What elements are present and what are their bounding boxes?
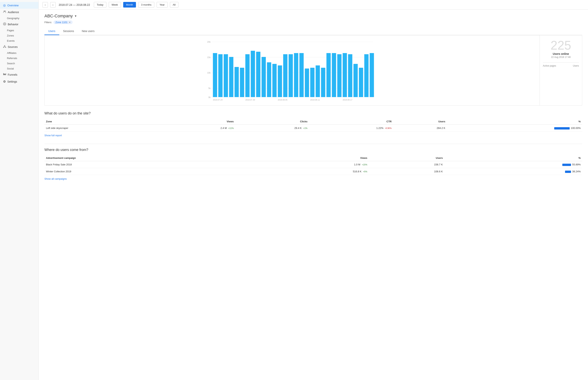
svg-point-5 [3, 47, 4, 48]
svg-rect-40 [310, 68, 314, 97]
svg-text:2018.08.11: 2018.08.11 [310, 99, 320, 101]
campaign-name: Winter Collection 2019 [44, 168, 256, 175]
pct-bar [565, 171, 571, 173]
zones-col-clicks: Clicks [235, 118, 309, 125]
period-today[interactable]: Today [94, 2, 106, 8]
zones-col-users: Users [393, 118, 447, 125]
users-online-count: 225 [543, 39, 579, 52]
svg-point-3 [3, 23, 6, 25]
sidebar-item-social[interactable]: Social [0, 66, 39, 71]
views-delta: +15% [362, 163, 367, 166]
campaign-name: Black Friday Sale 2018 [44, 161, 256, 168]
sidebar-item-search[interactable]: Search [0, 61, 39, 66]
zone-ctr: 1.22% -8.96% [309, 125, 393, 132]
chart-tabs: Users Sessions New users [44, 28, 582, 35]
sidebar-item-sources[interactable]: Sources [0, 43, 39, 50]
company-dropdown-arrow[interactable]: ▼ [74, 15, 77, 18]
tab-users[interactable]: Users [44, 28, 59, 35]
period-week[interactable]: Week [109, 2, 121, 8]
table-row: Left side skyscraper 2.4 M +11% 29.4 K +… [44, 125, 582, 132]
zones-col-pct: % [447, 118, 582, 125]
svg-rect-35 [283, 54, 288, 97]
show-all-campaigns-link[interactable]: Show all campaigns [44, 177, 67, 180]
svg-rect-42 [321, 68, 325, 97]
svg-rect-32 [267, 62, 271, 97]
period-year[interactable]: Year [157, 2, 167, 8]
svg-point-2 [4, 23, 5, 24]
filter-zone-close[interactable]: ✕ [69, 21, 71, 24]
campaign-pct: 55.89% [444, 161, 582, 168]
sidebar-item-funnels[interactable]: Funnels [0, 71, 39, 78]
sidebar: ◎ Overview Audience Geography Behavior P… [0, 0, 39, 380]
date-range: 2018.07.24 — 2018.08.22 [59, 3, 90, 6]
sidebar-item-pages[interactable]: Pages [0, 28, 39, 33]
zones-table: Zone Views Clicks CTR Users % Left side … [44, 118, 582, 132]
svg-rect-9 [4, 74, 5, 75]
topbar: ‹ › 2018.07.24 — 2018.08.22 Today Week M… [39, 0, 588, 10]
tab-new-users[interactable]: New users [78, 28, 98, 35]
svg-text:2018.08.17: 2018.08.17 [343, 99, 353, 101]
sidebar-item-zones[interactable]: Zones [0, 33, 39, 38]
svg-rect-31 [262, 57, 266, 97]
svg-rect-22 [213, 53, 217, 97]
svg-rect-25 [229, 57, 234, 97]
svg-rect-8 [4, 74, 4, 75]
svg-rect-34 [278, 65, 282, 97]
users-col: Users [573, 64, 579, 67]
sidebar-item-settings[interactable]: ⚙ Settings [0, 78, 39, 85]
svg-rect-39 [305, 69, 309, 97]
svg-point-4 [4, 45, 5, 46]
svg-rect-28 [245, 54, 250, 97]
sidebar-item-affiliates[interactable]: Affiliates [0, 50, 39, 56]
campaign-views: 1.0 M +15% [256, 161, 369, 168]
next-button[interactable]: › [50, 2, 56, 8]
pct-bar [554, 127, 570, 130]
users-online-time: 22 Aug 2018 17:48 [543, 56, 579, 58]
users-online-label: Users online [543, 52, 579, 55]
svg-point-1 [5, 11, 6, 12]
chart-container: 20k 15k 10k 5k 0k [44, 35, 582, 106]
behavior-icon [3, 22, 6, 26]
sidebar-item-audience[interactable]: Audience [0, 9, 39, 16]
filters-label: Filters: [44, 21, 52, 24]
tab-sessions[interactable]: Sessions [59, 28, 78, 35]
main-content: ‹ › 2018.07.24 — 2018.08.22 Today Week M… [39, 0, 588, 380]
sources-icon [3, 45, 6, 49]
settings-icon: ⚙ [3, 80, 6, 83]
zone-users: 284.2 K [393, 125, 447, 132]
zones-col-views: Views [161, 118, 235, 125]
campaign-pct: 38.24% [444, 168, 582, 175]
filters-row: Filters: Zone 1101 ✕ [44, 20, 582, 24]
clicks-delta: +1% [303, 127, 307, 129]
svg-point-6 [5, 47, 6, 48]
sidebar-item-referrals[interactable]: Referrals [0, 56, 39, 61]
sidebar-item-events[interactable]: Events [0, 38, 39, 43]
svg-rect-41 [316, 65, 320, 97]
svg-rect-45 [337, 54, 342, 97]
users-online-panel: 225 Users online 22 Aug 2018 17:48 Activ… [540, 35, 582, 105]
period-3months[interactable]: 3 months [138, 2, 154, 8]
sidebar-item-geography[interactable]: Geography [0, 16, 39, 21]
company-title-row: ABC-Company ▼ [44, 14, 582, 19]
svg-rect-47 [348, 54, 353, 97]
svg-rect-50 [364, 54, 369, 97]
page-content: ABC-Company ▼ Filters: Zone 1101 ✕ Users… [39, 10, 588, 187]
prev-button[interactable]: ‹ [42, 2, 48, 8]
svg-rect-51 [370, 53, 374, 97]
period-all[interactable]: All [170, 2, 178, 8]
zones-col-ctr: CTR [309, 118, 393, 125]
svg-rect-44 [332, 53, 336, 97]
campaign-users: 158.7 K [369, 161, 444, 168]
svg-rect-37 [294, 53, 298, 97]
show-full-report-link[interactable]: Show full report [44, 134, 62, 137]
svg-rect-7 [3, 73, 4, 75]
campaigns-table: Advertisement campaign Views Users % Bla… [44, 155, 582, 175]
svg-text:0k: 0k [208, 96, 211, 98]
zones-col-zone: Zone [44, 118, 161, 125]
svg-text:10k: 10k [207, 72, 211, 74]
sidebar-item-overview[interactable]: ◎ Overview [0, 2, 39, 9]
sidebar-item-behavior[interactable]: Behavior [0, 21, 39, 28]
period-month[interactable]: Month [123, 2, 136, 8]
svg-rect-11 [6, 73, 6, 75]
svg-rect-24 [224, 54, 228, 97]
